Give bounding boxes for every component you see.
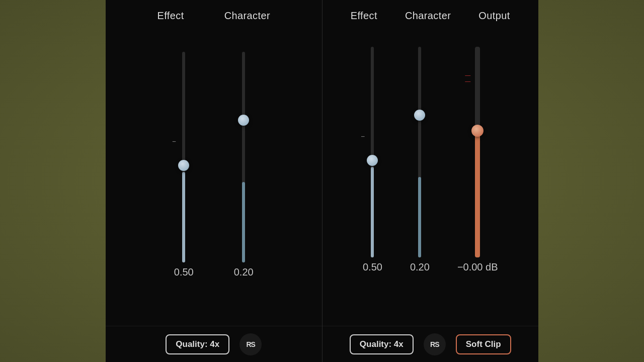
left-character-thumb[interactable] xyxy=(238,115,249,126)
left-rs-button[interactable]: RS xyxy=(239,333,262,355)
right-effect-value: 0.50 xyxy=(363,261,382,273)
left-quality-button[interactable]: Quality: 4x xyxy=(166,334,229,354)
main-container: Effect Character -- 0.50 xyxy=(106,0,538,362)
right-character-label: Character xyxy=(405,10,451,22)
right-effect-thumb[interactable] xyxy=(367,155,378,166)
panel-left: Effect Character -- 0.50 xyxy=(106,0,323,362)
left-character-track xyxy=(239,37,248,262)
right-character-value: 0.20 xyxy=(410,261,430,273)
right-effect-track: -- xyxy=(368,32,377,257)
left-effect-thumb[interactable] xyxy=(178,160,189,171)
clip-tick-1: — xyxy=(465,72,470,78)
right-output-thumb[interactable] xyxy=(471,125,484,137)
left-effect-slider-col: -- 0.50 xyxy=(174,37,194,278)
left-effect-value: 0.50 xyxy=(174,266,194,278)
left-character-slider-col: 0.20 xyxy=(234,37,254,278)
right-effect-tick: -- xyxy=(361,132,364,140)
left-effect-track: -- xyxy=(179,37,188,262)
left-footer: Quality: 4x RS xyxy=(106,326,322,362)
left-character-value: 0.20 xyxy=(234,266,254,278)
right-effect-slider-col: -- 0.50 xyxy=(363,32,382,273)
left-effect-fill xyxy=(182,172,185,262)
right-effect-fill xyxy=(371,167,374,257)
right-output-track: — — xyxy=(472,32,483,257)
left-character-fill xyxy=(242,182,245,262)
left-panel-header: Effect Character xyxy=(106,10,322,22)
left-character-label: Character xyxy=(224,10,270,22)
right-output-value: −0.00 dB xyxy=(457,261,498,273)
right-output-fill xyxy=(475,127,480,257)
right-character-slider-col: 0.20 xyxy=(410,32,430,273)
right-quality-button[interactable]: Quality: 4x xyxy=(350,334,414,354)
right-footer: Quality: 4x RS Soft Clip xyxy=(323,326,539,362)
panel-right: Effect Character Output -- 0.50 xyxy=(323,0,539,362)
left-rs-label: RS xyxy=(246,340,255,348)
clip-tick-2: — xyxy=(465,78,470,84)
right-sliders-area: -- 0.50 0.20 — xyxy=(323,32,539,326)
right-rs-button[interactable]: RS xyxy=(424,333,446,355)
right-character-track xyxy=(415,32,424,257)
right-output-slider-col: — — −0.00 dB xyxy=(457,32,498,273)
right-output-label: Output xyxy=(478,10,510,22)
right-effect-label: Effect xyxy=(351,10,377,22)
right-character-fill xyxy=(418,177,421,257)
left-effect-tick: -- xyxy=(172,137,176,145)
right-panel-header: Effect Character Output xyxy=(323,10,539,22)
left-effect-label: Effect xyxy=(157,10,184,22)
right-character-thumb[interactable] xyxy=(414,110,425,121)
right-rs-label: RS xyxy=(430,340,439,348)
soft-clip-button[interactable]: Soft Clip xyxy=(456,334,511,354)
left-sliders-area: -- 0.50 0.20 xyxy=(106,32,322,326)
